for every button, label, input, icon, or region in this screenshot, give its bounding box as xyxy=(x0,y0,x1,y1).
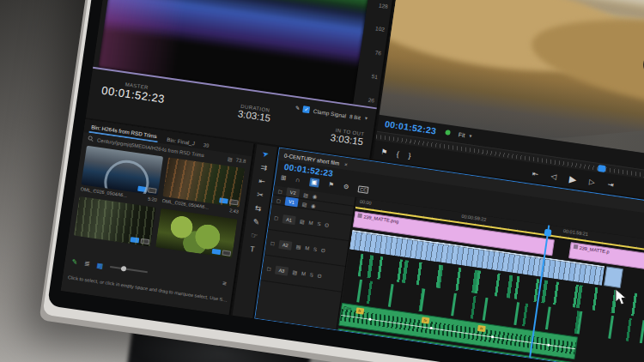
type-tool[interactable]: T xyxy=(249,245,255,254)
hand-tool[interactable]: ☞ xyxy=(250,232,258,240)
project-panel: Bin: H264s from RSD TrimsBin: Final_J 39… xyxy=(61,119,256,315)
clip-duration: 5:20 xyxy=(148,196,157,202)
list-view-icon[interactable]: ≣ xyxy=(84,259,91,268)
fx-badge: fx xyxy=(359,334,368,341)
clip-thumbnail[interactable]: OML_C026_0504A6... 2:43 xyxy=(161,157,245,214)
keyframe-dot[interactable] xyxy=(429,326,432,329)
scrub-playhead[interactable] xyxy=(598,165,606,172)
search-icon[interactable] xyxy=(88,136,94,142)
sync-lock-icon[interactable]: ▤ xyxy=(292,268,298,275)
selection-tool[interactable]: ➤ xyxy=(262,150,270,159)
laptop-screen: 229204178153128102765126 MASTER 00:01:52… xyxy=(47,0,644,362)
razor-tool[interactable]: ✂ xyxy=(256,191,264,200)
clip-usage-badges xyxy=(131,237,150,244)
writable-pencil-icon[interactable]: ✎ xyxy=(71,257,78,266)
play-button[interactable]: ▶ xyxy=(568,174,577,184)
pencil-icon[interactable]: ✎ xyxy=(295,105,301,112)
ripple-edit-tool[interactable]: ⇤ xyxy=(258,178,266,186)
solo-button[interactable]: S xyxy=(317,220,321,226)
go-to-out-button[interactable]: ⇥ xyxy=(607,181,614,189)
mute-button[interactable]: M xyxy=(308,220,313,226)
slip-tool[interactable]: ⇆ xyxy=(254,204,262,213)
voiceover-record-icon[interactable]: ʘ xyxy=(317,273,321,279)
step-back-button[interactable]: ◁ xyxy=(550,172,557,180)
go-to-in-button[interactable]: ⇤ xyxy=(532,170,538,178)
zoom-readout: 73.8 xyxy=(235,157,246,164)
track-lock-icon[interactable]: ◻ xyxy=(277,188,283,195)
sort-icon[interactable]: ≡ xyxy=(222,279,228,287)
solo-button[interactable]: S xyxy=(313,246,318,252)
track-target-button[interactable]: A1 xyxy=(283,214,296,225)
track-output-eye-icon[interactable]: ◉ xyxy=(313,192,318,199)
track-target-button[interactable]: V2 xyxy=(286,187,300,197)
track-target-button[interactable]: A2 xyxy=(278,239,292,250)
tab-overflow-count: 39 xyxy=(203,142,210,150)
playhead-handle[interactable] xyxy=(544,229,552,237)
clip-thumbnail[interactable] xyxy=(74,196,156,248)
add-marker-button[interactable]: ⚑ xyxy=(380,148,388,157)
sync-lock-icon[interactable]: ▤ xyxy=(301,201,307,208)
playback-status-dot xyxy=(445,130,451,136)
scale-tick-label: 102 xyxy=(368,24,386,33)
mark-in-button[interactable]: { xyxy=(396,151,399,159)
mute-button[interactable]: M xyxy=(305,245,310,251)
clamp-signal-label: Clamp Signal xyxy=(313,107,346,118)
fx-badge-icon xyxy=(574,244,579,250)
fx-badge: fx xyxy=(421,317,429,323)
keyframe-dot[interactable] xyxy=(490,335,493,338)
premiere-pro-window: 229204178153128102765126 MASTER 00:01:52… xyxy=(61,0,644,362)
sync-lock-icon[interactable]: ▤ xyxy=(300,218,306,225)
v1-clip-end[interactable] xyxy=(604,266,623,287)
chevron-down-icon: ▼ xyxy=(364,115,369,121)
mouse-cursor xyxy=(615,288,628,306)
mark-out-button[interactable]: } xyxy=(408,153,411,160)
linked-selection-button[interactable]: ▣ xyxy=(309,178,319,187)
zoom-level-select[interactable]: Fit ▼ xyxy=(458,131,473,139)
scale-tick-label: 26 xyxy=(357,95,375,104)
track-lock-icon[interactable]: ◻ xyxy=(270,239,276,246)
fx-badge-icon xyxy=(357,214,362,219)
scale-tick-label: 51 xyxy=(361,71,379,80)
clip-usage-badges xyxy=(137,186,157,194)
keyframe-dot[interactable] xyxy=(368,317,371,320)
track-target-button[interactable]: V1 xyxy=(284,196,298,207)
track-lock-icon[interactable]: ◻ xyxy=(276,196,282,203)
sync-lock-icon[interactable]: ▤ xyxy=(295,244,301,250)
mute-button[interactable]: M xyxy=(301,270,307,276)
clip-usage-badges xyxy=(219,197,239,205)
bit-depth-select[interactable]: 8 Bit xyxy=(349,113,361,121)
voiceover-record-icon[interactable]: ʘ xyxy=(321,247,325,253)
keyframe-dot[interactable] xyxy=(547,343,550,346)
scale-tick-label: 76 xyxy=(364,48,382,57)
clip-thumbnail[interactable]: OML_C026_0504A6... 5:20 xyxy=(80,146,163,202)
track-target-button[interactable]: A3 xyxy=(275,265,289,275)
clip-usage-badges xyxy=(212,249,232,256)
clip-duration: 2:43 xyxy=(229,208,239,214)
captions-button[interactable]: CC xyxy=(358,185,369,193)
timeline-settings-button[interactable]: ⚙ xyxy=(343,184,349,190)
insert-overwrite-sequence-button[interactable]: ⊞ xyxy=(280,174,286,181)
solo-button[interactable]: S xyxy=(310,272,314,278)
scale-tick-label: 128 xyxy=(371,1,389,9)
voiceover-record-icon[interactable]: ʘ xyxy=(325,222,329,228)
pen-tool[interactable]: ✎ xyxy=(252,218,260,226)
clip-thumbnail[interactable] xyxy=(155,208,238,260)
snap-button[interactable]: ∩ xyxy=(295,177,301,184)
clamp-signal-checkbox[interactable]: ✓ xyxy=(302,106,310,113)
step-forward-button[interactable]: ▷ xyxy=(589,178,596,186)
fx-badge: fx xyxy=(355,307,364,314)
track-lock-icon[interactable]: ◻ xyxy=(274,214,279,221)
icon-view-icon[interactable]: ▦ xyxy=(96,261,104,269)
track-output-eye-icon[interactable]: ◉ xyxy=(311,202,316,208)
fx-badge: fx xyxy=(477,325,486,332)
chevron-down-icon: ▼ xyxy=(468,133,473,139)
track-select-forward-tool[interactable]: ⇉ xyxy=(260,164,268,172)
track-lock-icon[interactable]: ◻ xyxy=(266,265,271,272)
sync-lock-icon[interactable]: ▤ xyxy=(303,191,309,198)
thumbnail-zoom-slider[interactable] xyxy=(110,266,148,273)
navigate-up-icon[interactable]: ▤ xyxy=(228,155,234,162)
fx-badge: fx xyxy=(450,347,459,354)
photo-of-laptop: 229204178153128102765126 MASTER 00:01:52… xyxy=(0,0,644,362)
add-marker-button[interactable]: ⚑ xyxy=(328,181,335,188)
close-icon[interactable]: × xyxy=(344,160,349,166)
